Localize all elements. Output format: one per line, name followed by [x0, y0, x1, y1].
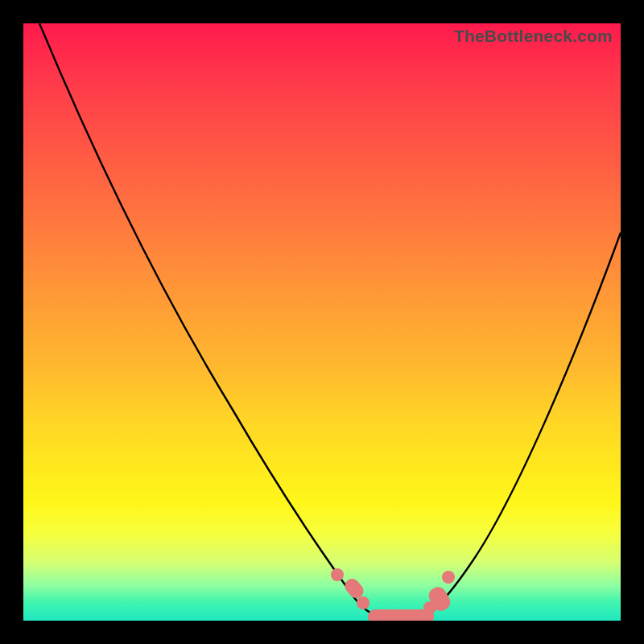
bottleneck-curve: [23, 23, 621, 621]
marker-dot: [357, 597, 369, 609]
marker-dot: [331, 568, 344, 581]
curve-left-path: [39, 23, 378, 616]
curve-right-path: [424, 233, 621, 616]
plot-area: TheBottleneck.com: [23, 23, 621, 621]
marker-dot: [442, 571, 455, 584]
attribution-label: TheBottleneck.com: [454, 27, 613, 46]
marker-flat-pill: [368, 609, 434, 621]
